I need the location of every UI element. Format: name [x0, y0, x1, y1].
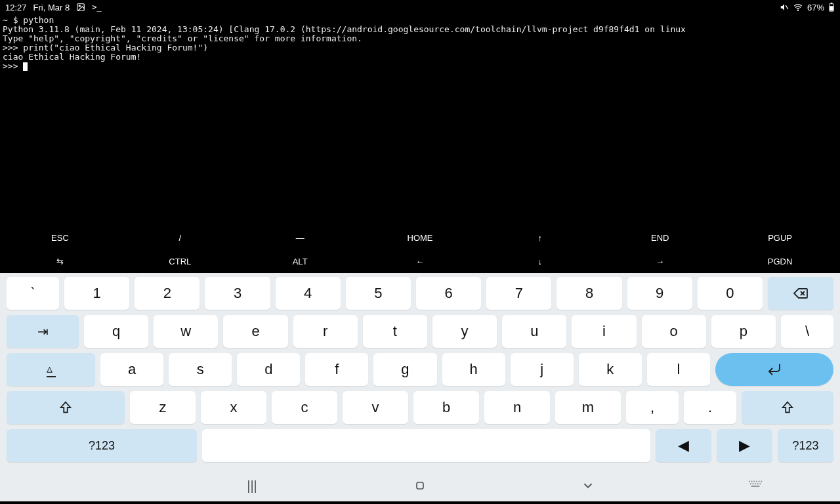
key-e[interactable]: e: [223, 315, 287, 348]
backspace-icon: [793, 285, 808, 301]
key-o[interactable]: o: [642, 315, 706, 348]
key-g[interactable]: g: [373, 353, 436, 386]
key-d[interactable]: d: [237, 353, 300, 386]
key-k[interactable]: k: [579, 353, 642, 386]
terminal-output[interactable]: ~ $ python Python 3.11.8 (main, Feb 11 2…: [0, 14, 840, 226]
chevron-down-icon: [581, 478, 595, 493]
key-comma[interactable]: ,: [626, 391, 679, 424]
svg-rect-21: [751, 486, 760, 487]
terminal-line: ciao Ethical Hacking Forum!: [3, 52, 141, 62]
key-n[interactable]: n: [484, 391, 550, 424]
key-pgup[interactable]: PGUP: [720, 226, 840, 249]
key-x[interactable]: x: [201, 391, 266, 424]
svg-point-1: [79, 5, 80, 7]
mute-icon: [780, 3, 789, 12]
key-q[interactable]: q: [84, 315, 148, 348]
status-time: 12:27: [5, 3, 27, 12]
nav-recents[interactable]: |||: [239, 478, 265, 494]
key-cursor-right[interactable]: ▶: [717, 429, 772, 462]
key-space[interactable]: [202, 429, 650, 462]
key-y[interactable]: y: [432, 315, 497, 348]
key-enter[interactable]: [715, 353, 833, 386]
key-period[interactable]: .: [684, 391, 736, 424]
svg-rect-15: [761, 481, 762, 482]
key-0[interactable]: 0: [698, 277, 763, 310]
key-left[interactable]: ←: [360, 249, 480, 273]
shift-up-icon: [58, 400, 73, 415]
key-shift-left[interactable]: [7, 391, 125, 424]
key-9[interactable]: 9: [627, 277, 692, 310]
svg-rect-12: [753, 481, 755, 482]
wifi-icon: [793, 3, 803, 12]
arrow-left-icon: ◀: [678, 437, 689, 454]
key-backspace[interactable]: [768, 277, 833, 310]
nav-keyboard-switch[interactable]: [743, 480, 769, 491]
svg-rect-13: [756, 481, 757, 482]
key-h[interactable]: h: [442, 353, 505, 386]
key-esc[interactable]: ESC: [0, 226, 120, 249]
status-left: 12:27 Fri, Mar 8 >_: [5, 3, 102, 12]
key-j[interactable]: j: [511, 353, 574, 386]
terminal-line: >>>: [3, 61, 23, 71]
key-f[interactable]: f: [305, 353, 368, 386]
nav-back[interactable]: [575, 478, 601, 493]
key-i[interactable]: i: [572, 315, 636, 348]
arrow-right-icon: ▶: [739, 437, 750, 454]
key-3[interactable]: 3: [205, 277, 270, 310]
key-l[interactable]: l: [647, 353, 710, 386]
key-backslash[interactable]: \: [781, 315, 833, 348]
key-w[interactable]: w: [154, 315, 218, 348]
key-6[interactable]: 6: [416, 277, 481, 310]
key-cursor-left[interactable]: ◀: [656, 429, 711, 462]
extra-keys-row-2: ⇆ CTRL ALT ← ↓ → PGDN: [0, 249, 840, 273]
recents-icon: |||: [247, 478, 257, 494]
svg-rect-11: [751, 481, 753, 482]
key-c[interactable]: c: [272, 391, 337, 424]
key-grave[interactable]: `: [7, 277, 59, 310]
key-caps[interactable]: ▵: [7, 353, 95, 386]
svg-rect-9: [417, 482, 423, 489]
key-7[interactable]: 7: [486, 277, 551, 310]
key-1[interactable]: 1: [64, 277, 129, 310]
terminal-line: Python 3.11.8 (main, Feb 11 2024, 13:05:…: [3, 24, 686, 34]
key-down[interactable]: ↓: [480, 249, 600, 273]
battery-icon: [828, 3, 835, 12]
key-u[interactable]: u: [502, 315, 566, 348]
terminal-icon: >_: [92, 3, 101, 12]
key-dash[interactable]: ―: [240, 226, 360, 249]
key-8[interactable]: 8: [556, 277, 621, 310]
android-navbar: |||: [0, 470, 840, 501]
svg-line-2: [786, 5, 788, 9]
key-tab[interactable]: ⇥: [7, 315, 79, 348]
key-m[interactable]: m: [555, 391, 621, 424]
cursor: [23, 62, 28, 71]
key-pgdn[interactable]: PGDN: [720, 249, 840, 273]
battery-percent: 67%: [807, 3, 824, 12]
nav-home[interactable]: [407, 479, 433, 492]
key-5[interactable]: 5: [346, 277, 411, 310]
status-date: Fri, Mar 8: [33, 3, 70, 12]
key-symbols-left[interactable]: ?123: [7, 429, 197, 462]
key-2[interactable]: 2: [135, 277, 200, 310]
key-right[interactable]: →: [600, 249, 720, 273]
key-p[interactable]: p: [711, 315, 776, 348]
key-z[interactable]: z: [130, 391, 196, 424]
key-shift-right[interactable]: [742, 391, 833, 424]
key-t[interactable]: t: [363, 315, 427, 348]
key-ctrl[interactable]: CTRL: [120, 249, 240, 273]
key-s[interactable]: s: [169, 353, 232, 386]
key-symbols-right[interactable]: ?123: [778, 429, 833, 462]
key-v[interactable]: v: [343, 391, 408, 424]
key-slash[interactable]: /: [120, 226, 240, 249]
key-b[interactable]: b: [413, 391, 479, 424]
key-end[interactable]: END: [600, 226, 720, 249]
key-home[interactable]: HOME: [360, 226, 480, 249]
key-alt[interactable]: ALT: [240, 249, 360, 273]
key-kbd-toggle[interactable]: ⇆: [0, 249, 120, 273]
svg-rect-16: [750, 483, 751, 484]
key-up[interactable]: ↑: [480, 226, 600, 249]
key-r[interactable]: r: [293, 315, 358, 348]
key-4[interactable]: 4: [276, 277, 341, 310]
svg-rect-5: [831, 3, 833, 4]
key-a[interactable]: a: [100, 353, 163, 386]
